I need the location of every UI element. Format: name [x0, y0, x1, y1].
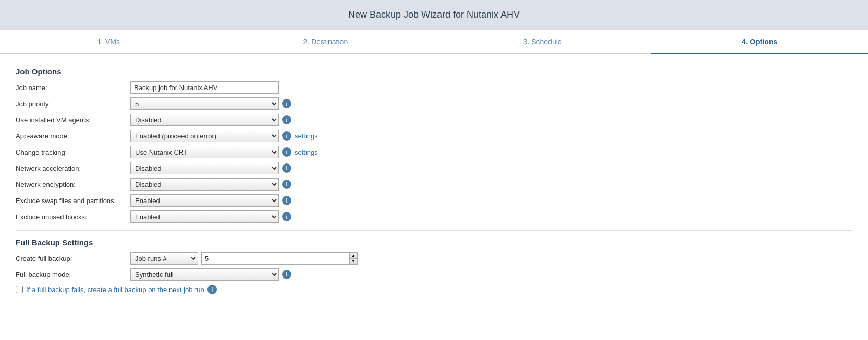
- create-full-backup-count-input[interactable]: [201, 252, 350, 265]
- change-tracking-row: Change tracking: Use Nutanix CRT Disable…: [16, 146, 852, 158]
- app-aware-select[interactable]: Disabled Enabled (proceed on error) Enab…: [130, 130, 279, 142]
- vm-agents-select[interactable]: Disabled Enabled: [130, 114, 279, 126]
- network-encryption-row: Network encryption: Disabled Enabled i: [16, 178, 852, 191]
- job-options-title: Job Options: [16, 67, 852, 76]
- job-priority-label: Job priority:: [16, 100, 130, 108]
- exclude-swap-info-icon[interactable]: i: [282, 196, 291, 205]
- network-encryption-label: Network encryption:: [16, 181, 130, 188]
- network-acceleration-select[interactable]: Disabled Enabled: [130, 162, 279, 174]
- exclude-swap-select[interactable]: Enabled Disabled: [130, 194, 279, 207]
- create-full-backup-wrap: Job runs # Monthly Weekly ▲ ▼: [130, 252, 358, 265]
- full-backup-mode-label: Full backup mode:: [16, 271, 130, 279]
- vm-agents-wrap: Disabled Enabled i: [130, 114, 291, 126]
- wizard-content: Job Options Job name: Job priority: 5 i …: [0, 54, 868, 340]
- tab-schedule[interactable]: 3. Schedule: [434, 30, 651, 54]
- exclude-unused-select[interactable]: Enabled Disabled: [130, 210, 279, 223]
- spinner-down-button[interactable]: ▼: [349, 258, 358, 265]
- full-backup-mode-row: Full backup mode: Synthetic full Active …: [16, 268, 852, 281]
- job-priority-select[interactable]: 5: [130, 97, 279, 110]
- tab-options[interactable]: 4. Options: [651, 30, 868, 54]
- job-priority-wrap: 5 i: [130, 97, 291, 110]
- fail-checkbox[interactable]: [16, 286, 23, 293]
- job-name-wrap: [130, 81, 279, 94]
- tab-destination[interactable]: 2. Destination: [217, 30, 434, 54]
- fail-checkbox-info-icon[interactable]: i: [207, 285, 217, 294]
- full-backup-mode-wrap: Synthetic full Active full i: [130, 268, 291, 281]
- spinner-buttons: ▲ ▼: [349, 252, 358, 265]
- create-full-backup-spinner: ▲ ▼: [201, 252, 358, 265]
- job-priority-info-icon[interactable]: i: [282, 99, 291, 108]
- job-name-label: Job name:: [16, 84, 130, 92]
- exclude-swap-wrap: Enabled Disabled i: [130, 194, 291, 207]
- change-tracking-info-icon[interactable]: i: [282, 147, 291, 157]
- network-encryption-info-icon[interactable]: i: [282, 180, 291, 189]
- job-name-input[interactable]: [130, 81, 279, 94]
- change-tracking-wrap: Use Nutanix CRT Disabled i settings: [130, 146, 318, 158]
- network-acceleration-wrap: Disabled Enabled i: [130, 162, 291, 174]
- section-divider: [16, 230, 852, 231]
- vm-agents-label: Use installed VM agents:: [16, 116, 130, 124]
- vm-agents-info-icon[interactable]: i: [282, 115, 291, 124]
- create-full-backup-label: Create full backup:: [16, 255, 130, 262]
- exclude-swap-row: Exclude swap files and partitions: Enabl…: [16, 194, 852, 207]
- wizard-container: New Backup Job Wizard for Nutanix AHV 1.…: [0, 0, 868, 340]
- job-priority-row: Job priority: 5 i: [16, 97, 852, 110]
- exclude-swap-label: Exclude swap files and partitions:: [16, 197, 130, 205]
- exclude-unused-wrap: Enabled Disabled i: [130, 210, 291, 223]
- exclude-unused-label: Exclude unused blocks:: [16, 213, 130, 221]
- network-encryption-wrap: Disabled Enabled i: [130, 178, 291, 191]
- fail-checkbox-label: If a full backup fails, create a full ba…: [26, 286, 204, 294]
- network-encryption-select[interactable]: Disabled Enabled: [130, 178, 279, 191]
- network-acceleration-label: Network acceleration:: [16, 165, 130, 172]
- create-full-backup-mode-select[interactable]: Job runs # Monthly Weekly: [130, 252, 198, 265]
- app-aware-row: App-aware mode: Disabled Enabled (procee…: [16, 130, 852, 142]
- wizard-header: New Backup Job Wizard for Nutanix AHV: [0, 0, 868, 30]
- change-tracking-settings-link[interactable]: settings: [295, 148, 318, 156]
- exclude-unused-info-icon[interactable]: i: [282, 212, 291, 221]
- network-acceleration-row: Network acceleration: Disabled Enabled i: [16, 162, 852, 174]
- full-backup-mode-select[interactable]: Synthetic full Active full: [130, 268, 279, 281]
- app-aware-wrap: Disabled Enabled (proceed on error) Enab…: [130, 130, 318, 142]
- exclude-unused-row: Exclude unused blocks: Enabled Disabled …: [16, 210, 852, 223]
- job-name-row: Job name:: [16, 81, 852, 94]
- wizard-tabs: 1. VMs 2. Destination 3. Schedule 4. Opt…: [0, 30, 868, 54]
- app-aware-info-icon[interactable]: i: [282, 131, 291, 141]
- full-backup-mode-info-icon[interactable]: i: [282, 270, 291, 279]
- tab-vms[interactable]: 1. VMs: [0, 30, 217, 54]
- app-aware-settings-link[interactable]: settings: [295, 132, 318, 140]
- change-tracking-label: Change tracking:: [16, 148, 130, 156]
- change-tracking-select[interactable]: Use Nutanix CRT Disabled: [130, 146, 279, 158]
- create-full-backup-row: Create full backup: Job runs # Monthly W…: [16, 252, 852, 265]
- vm-agents-row: Use installed VM agents: Disabled Enable…: [16, 114, 852, 126]
- spinner-up-button[interactable]: ▲: [349, 252, 358, 258]
- wizard-title: New Backup Job Wizard for Nutanix AHV: [348, 9, 520, 20]
- app-aware-label: App-aware mode:: [16, 132, 130, 140]
- network-acceleration-info-icon[interactable]: i: [282, 163, 291, 173]
- full-backup-title: Full Backup Settings: [16, 238, 852, 247]
- fail-checkbox-row: If a full backup fails, create a full ba…: [16, 285, 852, 294]
